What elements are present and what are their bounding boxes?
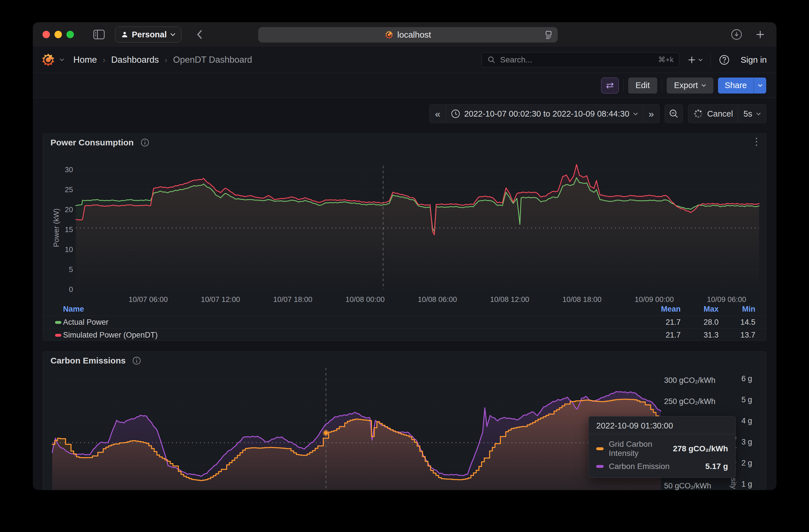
series-color-swatch bbox=[55, 334, 61, 337]
legend-series-name[interactable]: Simulated Power (OpenDT) bbox=[63, 331, 158, 340]
tooltip-series-value: 5.17 g bbox=[700, 462, 728, 471]
legend-value: 31.3 bbox=[682, 331, 719, 340]
export-label: Export bbox=[674, 81, 698, 90]
tooltip-series-label: Grid Carbon Intensity bbox=[609, 440, 667, 458]
new-tab-icon[interactable] bbox=[755, 30, 765, 39]
search-input[interactable] bbox=[499, 55, 654, 65]
zoom-out-button[interactable] bbox=[665, 104, 683, 123]
close-button[interactable] bbox=[42, 31, 50, 38]
legend-header-row: NameMeanMaxMin bbox=[43, 303, 766, 316]
legend-value: 14.5 bbox=[718, 318, 755, 327]
window-controls bbox=[33, 31, 74, 38]
time-range-button[interactable]: 2022-10-07 00:02:30 to 2022-10-09 08:44:… bbox=[446, 105, 643, 123]
emission-axis-tick: 4 g bbox=[741, 416, 752, 425]
org-switcher-chevron-icon[interactable] bbox=[59, 57, 64, 63]
cancel-label: Cancel bbox=[707, 109, 733, 119]
next-label: » bbox=[649, 108, 654, 120]
edit-button[interactable]: Edit bbox=[628, 77, 657, 93]
time-range-label: 2022-10-07 00:02:30 to 2022-10-09 08:44:… bbox=[464, 109, 629, 119]
share-menu-chevron[interactable] bbox=[754, 77, 766, 93]
help-icon[interactable] bbox=[719, 54, 730, 65]
back-button[interactable] bbox=[196, 29, 203, 40]
new-menu-button[interactable] bbox=[687, 56, 703, 64]
time-shift-forward-button[interactable]: » bbox=[643, 105, 659, 123]
reader-icon[interactable] bbox=[545, 31, 553, 39]
profile-button[interactable]: Personal bbox=[115, 26, 182, 42]
time-shift-back-button[interactable]: « bbox=[430, 105, 446, 123]
search-box[interactable]: ⌘+k bbox=[482, 52, 679, 67]
chevron-down-icon bbox=[702, 84, 706, 87]
zoom-out-icon bbox=[669, 109, 678, 119]
export-button[interactable]: Export bbox=[667, 77, 713, 93]
plus-icon bbox=[687, 56, 696, 64]
legend-series-name[interactable]: Actual Power bbox=[63, 318, 108, 327]
chevron-down-icon bbox=[170, 33, 175, 36]
y-axis-tick: 25 bbox=[49, 185, 73, 194]
legend-value: 28.0 bbox=[682, 318, 719, 327]
breadcrumb-item[interactable]: Dashboards bbox=[111, 55, 159, 65]
fullscreen-button[interactable] bbox=[67, 31, 74, 38]
sign-in-button[interactable]: Sign in bbox=[738, 55, 770, 65]
y-axis-tick: 0 bbox=[49, 285, 73, 294]
info-icon[interactable] bbox=[141, 138, 149, 147]
grafana-favicon bbox=[385, 31, 393, 39]
panel-title: Carbon Emissions bbox=[51, 356, 125, 366]
share-button[interactable]: Share bbox=[718, 77, 754, 93]
legend-header-min[interactable]: Min bbox=[718, 305, 755, 314]
chevron-down-icon bbox=[758, 84, 762, 87]
legend-header-max[interactable]: Max bbox=[682, 305, 719, 314]
carbon-emissions-panel[interactable]: Carbon Emissions 300 gCO₂/kWh6 g250 gCO₂… bbox=[43, 352, 766, 490]
dashboard-toolbar: Edit Export Share bbox=[33, 73, 776, 98]
divider bbox=[623, 79, 624, 92]
time-picker-group: « 2022-10-07 00:02:30 to 2022-10-09 08:4… bbox=[429, 104, 659, 123]
tooltip-row: Carbon Emission5.17 g bbox=[589, 460, 735, 473]
legend-value: 13.7 bbox=[718, 331, 755, 340]
chevron-down-icon bbox=[698, 58, 703, 61]
downloads-icon[interactable] bbox=[731, 29, 742, 40]
intensity-axis-tick: 300 gCO₂/kWh bbox=[664, 376, 716, 385]
legend-row: Simulated Power (OpenDT)21.731.313.7 bbox=[43, 329, 766, 341]
intensity-axis-tick: 250 gCO₂/kWh bbox=[664, 397, 716, 406]
refresh-interval-button[interactable]: 5s bbox=[738, 105, 766, 123]
chart-tooltip: 2022-10-09 01:30:00 Grid Carbon Intensit… bbox=[588, 416, 736, 478]
interval-label: 5s bbox=[743, 109, 752, 119]
minimize-button[interactable] bbox=[54, 31, 62, 38]
chevron-down-icon bbox=[633, 112, 638, 116]
series-color-swatch bbox=[55, 321, 61, 324]
refresh-group: Cancel 5s bbox=[688, 104, 766, 123]
panel-menu-icon[interactable]: ⋮ bbox=[752, 137, 761, 146]
power-consumption-panel[interactable]: Power Consumption ⋮ 05101520253010/07 06… bbox=[43, 134, 766, 341]
power-chart[interactable] bbox=[43, 134, 766, 302]
emission-axis-tick: 6 g bbox=[741, 374, 752, 383]
y-axis-tick: 5 bbox=[49, 265, 73, 274]
chevron-down-icon bbox=[756, 112, 761, 116]
breadcrumb-separator-icon: › bbox=[103, 55, 106, 65]
prev-label: « bbox=[435, 108, 441, 120]
emission-axis-tick: 2 g bbox=[741, 459, 752, 467]
url-text: localhost bbox=[397, 30, 431, 40]
clock-icon bbox=[451, 109, 460, 118]
profile-label: Personal bbox=[132, 30, 167, 39]
legend-header-name: Name bbox=[63, 305, 84, 314]
compare-toggle-button[interactable] bbox=[601, 77, 619, 93]
legend-header-mean[interactable]: Mean bbox=[643, 305, 681, 314]
breadcrumb-item[interactable]: Home bbox=[73, 55, 97, 65]
swap-arrows-icon bbox=[605, 82, 615, 89]
search-shortcut: ⌘+k bbox=[658, 55, 673, 64]
cancel-refresh-button[interactable]: Cancel bbox=[688, 105, 738, 123]
divider bbox=[710, 54, 711, 66]
search-icon bbox=[487, 56, 496, 64]
legend-table: NameMeanMaxMinActual Power21.728.014.5Si… bbox=[43, 303, 766, 341]
grafana-navbar: Home›Dashboards›OpenDT Dashboard ⌘+k Sig… bbox=[33, 47, 776, 73]
emission-axis-tick: 3 g bbox=[741, 438, 752, 446]
sidebar-toggle-icon[interactable] bbox=[93, 30, 105, 39]
panel-title: Power Consumption bbox=[51, 138, 134, 147]
tooltip-time: 2022-10-09 01:30:00 bbox=[589, 416, 735, 434]
browser-window: Personal localhost bbox=[33, 22, 776, 490]
loading-spinner-icon bbox=[693, 109, 703, 119]
titlebar: Personal localhost bbox=[33, 22, 776, 47]
info-icon[interactable] bbox=[132, 356, 141, 365]
breadcrumb: Home›Dashboards›OpenDT Dashboard bbox=[73, 55, 252, 65]
grafana-logo[interactable] bbox=[41, 53, 55, 67]
address-bar[interactable]: localhost bbox=[258, 27, 558, 42]
